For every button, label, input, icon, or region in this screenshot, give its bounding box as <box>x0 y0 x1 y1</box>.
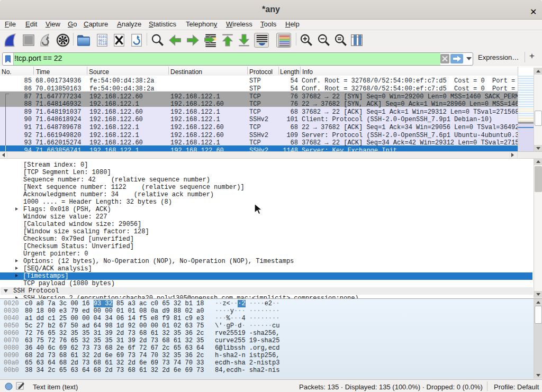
svg-text:0110: 0110 <box>98 42 107 46</box>
